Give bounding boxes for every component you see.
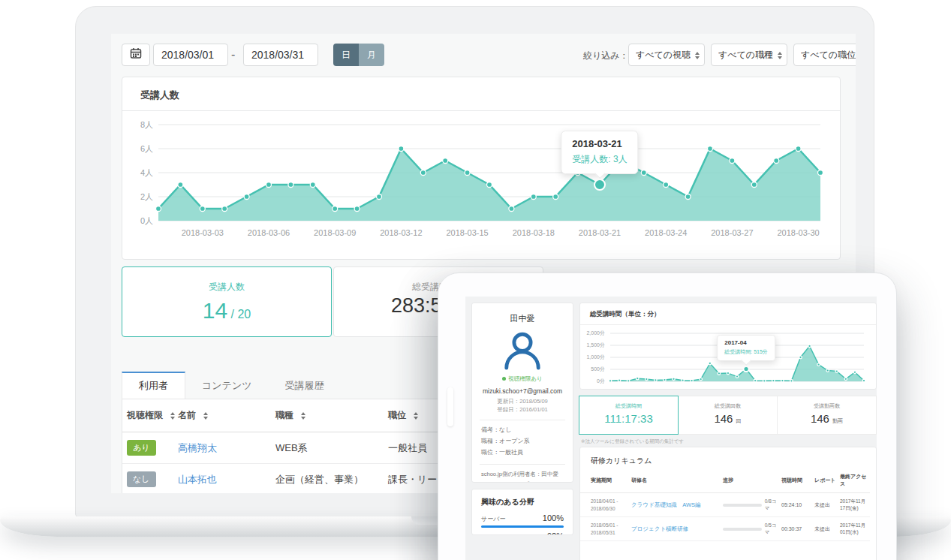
tab-history[interactable]: 受講履歴	[269, 372, 341, 400]
mini-label: 総受講時間	[579, 402, 678, 410]
svg-text:0人: 0人	[140, 216, 153, 225]
profile-registered: 登録日：2016/01/01	[472, 406, 573, 414]
mini-unit: 回	[736, 418, 742, 423]
summary-label: 受講人数	[122, 281, 331, 294]
profile-jobtype: 職種：オープン系	[481, 436, 564, 447]
profile-screen: 田中愛 視聴権限あり mizuki.schoo+7@gmail.com 更新日：…	[465, 297, 877, 560]
calendar-icon	[130, 47, 142, 62]
sort-icon	[301, 412, 305, 420]
sort-icon	[414, 412, 418, 420]
tablet-side-button	[447, 387, 453, 426]
mini-value: 146	[714, 412, 733, 425]
mini-card-view-count[interactable]: 総受講回数 146 回	[678, 396, 778, 435]
svg-text:2018-03-06: 2018-03-06	[248, 228, 290, 237]
col-watchtime: 視聴時間	[781, 477, 814, 484]
curriculum-row: 2018/05/01 -2018/05/31 プロジェクト横断研修 0/5コマ …	[580, 517, 870, 541]
svg-text:2018-03-27: 2018-03-27	[711, 228, 753, 237]
filter-permission-select[interactable]: すべての視聴権限	[628, 44, 705, 66]
interest-label: ネットワーク	[481, 533, 518, 535]
attendance-chart-card: 受講人数 0人2人4人6人8人2018-03-032018-03-062018-…	[122, 77, 841, 260]
date-from-input[interactable]: 2018/03/01	[153, 44, 228, 66]
filter-position-select[interactable]: すべての職位	[793, 44, 856, 66]
user-name-link[interactable]: 高橋翔太	[178, 442, 217, 453]
filter-jobtype-select[interactable]: すべての職種	[711, 44, 787, 66]
svg-text:2018: 2018	[822, 389, 834, 390]
col-name: 研修名	[631, 477, 723, 484]
summary-denominator: / 20	[227, 308, 251, 321]
mini-card-total-time[interactable]: 総受講時間 111:17:33	[579, 396, 679, 435]
curriculum-row: 2018/04/01 -2018/06/30 クラウド基礎知識 AWS編 0/8…	[580, 493, 870, 517]
svg-text:1,000分: 1,000分	[586, 354, 605, 360]
svg-text:500分: 500分	[591, 366, 605, 372]
summary-card-attendees[interactable]: 受講人数 14 / 20	[122, 266, 332, 337]
svg-text:2018-03-15: 2018-03-15	[446, 228, 488, 237]
permission-badge: なし	[127, 471, 156, 487]
svg-text:2018-03-24: 2018-03-24	[645, 228, 687, 237]
tab-bar: 利用者 コンテンツ 受講履歴	[122, 372, 341, 400]
mini-label: 受講動画数	[778, 402, 876, 410]
calendar-button[interactable]	[122, 44, 150, 66]
progress-bar	[723, 528, 762, 531]
permission-badge: あり	[127, 440, 156, 456]
mini-unit: 動画	[832, 418, 843, 423]
interest-value: 92%	[547, 531, 564, 535]
header-name[interactable]: 名前	[178, 409, 275, 422]
filter-label: 絞り込み：	[583, 50, 629, 62]
interests-card: 興味のある分野 サーバー 100% ネットワーク 92%	[471, 489, 573, 535]
mini-label: 総受講回数	[679, 402, 777, 410]
header-jobtype[interactable]: 職種	[275, 409, 388, 422]
svg-text:2018-03-21: 2018-03-21	[579, 228, 621, 237]
svg-text:1,500分: 1,500分	[586, 342, 605, 348]
tab-users[interactable]: 利用者	[122, 372, 185, 400]
svg-text:2016: 2016	[604, 389, 616, 390]
filter-position-value: すべての職位	[801, 49, 856, 62]
svg-text:8人: 8人	[140, 120, 153, 129]
profile-name: 田中愛	[472, 313, 573, 324]
select-arrows-icon	[778, 52, 782, 59]
attendance-chart[interactable]: 0人2人4人6人8人2018-03-032018-03-062018-03-09…	[128, 114, 832, 251]
usage-chart-title: 総受講時間（単位：分）	[580, 303, 876, 325]
course-link[interactable]: クラウド基礎知識 AWS編	[631, 501, 701, 508]
report-status: 未提出	[814, 501, 840, 509]
toggle-month[interactable]: 月	[359, 44, 384, 66]
mini-value: 111:17:33	[579, 412, 678, 425]
profile-position: 職位：一般社員	[481, 447, 564, 459]
last-access: 2017年11月01日(水)	[840, 522, 870, 536]
col-report: レポート	[814, 477, 840, 484]
watch-time: 05:24:10	[781, 502, 814, 507]
col-progress: 進捗	[723, 477, 781, 484]
external-id: schoo.jp側の学籍番号：20411524	[481, 480, 564, 483]
toggle-day[interactable]: 日	[333, 44, 359, 66]
svg-text:2018-03-12: 2018-03-12	[380, 228, 422, 237]
last-access: 2017年11月17日(金)	[840, 498, 870, 512]
sort-icon	[170, 412, 175, 420]
header-permission[interactable]: 視聴権限	[127, 409, 178, 422]
date-to-input[interactable]: 2018/03/31	[243, 44, 318, 66]
curriculum-card: 研修カリキュラム 実施期間 研修名 進捗 視聴時間 レポート 最終アクセス 20…	[579, 447, 877, 560]
filter-jobtype-value: すべての職種	[718, 49, 773, 62]
user-jobtype: WEB系	[275, 441, 388, 455]
curriculum-header-row: 実施期間 研修名 進捗 視聴時間 レポート 最終アクセス	[580, 473, 870, 493]
course-link[interactable]: プロジェクト横断研修	[631, 525, 688, 532]
mini-card-video-count[interactable]: 受講動画数 146 動画	[777, 396, 877, 435]
col-period: 実施期間	[591, 477, 631, 484]
svg-text:0分: 0分	[597, 378, 605, 384]
summary-value: 283:5	[391, 294, 442, 318]
summary-value: 14	[203, 298, 227, 323]
date-range-separator: -	[231, 48, 235, 62]
interest-row: ネットワーク 92%	[472, 528, 573, 535]
user-profile-card: 田中愛 視聴権限あり mizuki.schoo+7@gmail.com 更新日：…	[471, 303, 573, 483]
progress-bar	[723, 504, 762, 507]
interest-row: サーバー 100%	[472, 507, 573, 523]
usage-chart[interactable]: 0分500分1,000分1,500分2,000分201620172018 201…	[583, 327, 873, 390]
day-month-toggle: 日 月	[333, 44, 384, 66]
svg-text:4人: 4人	[140, 168, 153, 177]
profile-updated: 更新日：2018/05/09	[472, 398, 573, 405]
user-name-link[interactable]: 山本拓也	[178, 474, 217, 485]
svg-text:2018-03-09: 2018-03-09	[314, 228, 356, 237]
interests-title: 興味のある分野	[472, 489, 573, 507]
tab-contents[interactable]: コンテンツ	[185, 372, 269, 400]
usage-chart-card: 総受講時間（単位：分） 0分500分1,000分1,500分2,000分2016…	[579, 303, 877, 390]
report-status: 未提出	[814, 525, 840, 533]
interest-label: サーバー	[481, 515, 505, 523]
